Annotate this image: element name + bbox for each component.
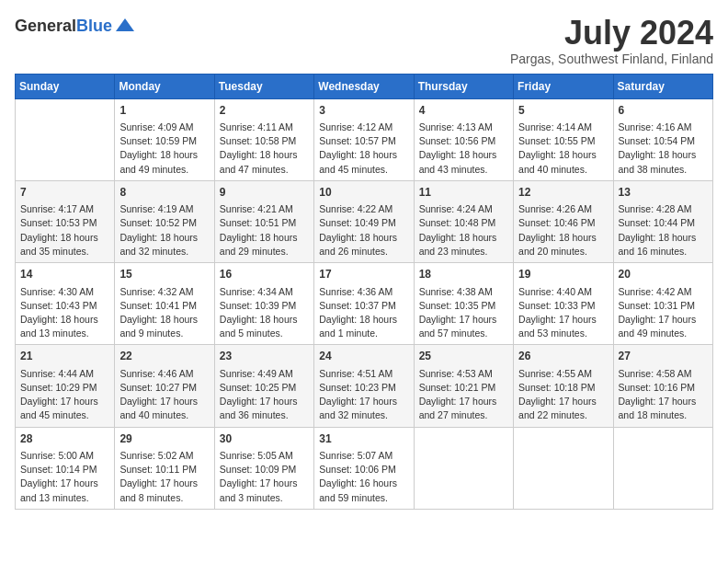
cell-text-line: and 8 minutes. (119, 491, 209, 505)
calendar-week-3: 14Sunrise: 4:30 AMSunset: 10:43 PMDaylig… (16, 263, 713, 345)
calendar-cell: 17Sunrise: 4:36 AMSunset: 10:37 PMDaylig… (314, 263, 414, 345)
calendar-cell: 16Sunrise: 4:34 AMSunset: 10:39 PMDaylig… (214, 263, 313, 345)
cell-text-line: Sunrise: 4:53 AM (419, 367, 508, 381)
day-number: 22 (119, 349, 209, 364)
calendar-cell: 29Sunrise: 5:02 AMSunset: 10:11 PMDaylig… (115, 427, 214, 509)
cell-content: 14Sunrise: 4:30 AMSunset: 10:43 PMDaylig… (20, 267, 109, 340)
logo: GeneralBlue (15, 15, 136, 37)
calendar-table: SundayMondayTuesdayWednesdayThursdayFrid… (15, 74, 713, 510)
cell-content: 19Sunrise: 4:40 AMSunset: 10:33 PMDaylig… (518, 267, 608, 340)
calendar-cell: 6Sunrise: 4:16 AMSunset: 10:54 PMDayligh… (613, 98, 712, 180)
day-number: 7 (20, 185, 109, 201)
cell-text-line: Daylight: 18 hours (319, 148, 408, 162)
cell-content: 23Sunrise: 4:49 AMSunset: 10:25 PMDaylig… (220, 349, 309, 422)
cell-text-line: and 35 minutes. (20, 245, 109, 259)
cell-content: 12Sunrise: 4:26 AMSunset: 10:46 PMDaylig… (518, 185, 608, 259)
cell-text-line: Sunrise: 4:46 AM (119, 367, 209, 381)
day-number: 21 (20, 349, 109, 364)
calendar-cell: 25Sunrise: 4:53 AMSunset: 10:21 PMDaylig… (414, 345, 513, 427)
weekday-header-saturday: Saturday (613, 74, 712, 98)
calendar-cell: 24Sunrise: 4:51 AMSunset: 10:23 PMDaylig… (314, 345, 414, 427)
title-block: July 2024 Pargas, Southwest Finland, Fin… (510, 15, 713, 66)
calendar-cell: 13Sunrise: 4:28 AMSunset: 10:44 PMDaylig… (613, 180, 712, 262)
cell-text-line: Sunset: 10:51 PM (220, 216, 309, 230)
cell-text-line: Sunset: 10:53 PM (20, 216, 109, 230)
calendar-cell: 31Sunrise: 5:07 AMSunset: 10:06 PMDaylig… (314, 427, 414, 509)
day-number: 12 (518, 185, 608, 201)
calendar-cell: 8Sunrise: 4:19 AMSunset: 10:52 PMDayligh… (115, 180, 214, 262)
cell-text-line: Sunset: 10:18 PM (518, 381, 608, 395)
cell-text-line: Daylight: 18 hours (518, 148, 608, 162)
cell-text-line: Sunrise: 4:22 AM (319, 202, 408, 216)
calendar-cell: 2Sunrise: 4:11 AMSunset: 10:58 PMDayligh… (214, 98, 313, 180)
cell-text-line: and 13 minutes. (20, 491, 109, 505)
cell-text-line: and 40 minutes. (119, 408, 209, 422)
cell-text-line: Sunrise: 5:02 AM (119, 449, 209, 463)
cell-content: 3Sunrise: 4:12 AMSunset: 10:57 PMDayligh… (319, 103, 408, 177)
cell-text-line: Daylight: 18 hours (518, 231, 608, 245)
cell-content: 9Sunrise: 4:21 AMSunset: 10:51 PMDayligh… (220, 185, 309, 259)
calendar-cell: 11Sunrise: 4:24 AMSunset: 10:48 PMDaylig… (414, 180, 513, 262)
cell-text-line: and 20 minutes. (518, 245, 608, 259)
day-number: 5 (518, 103, 608, 119)
cell-text-line: Sunset: 10:55 PM (518, 134, 608, 148)
cell-text-line: Daylight: 18 hours (619, 231, 708, 245)
calendar-cell: 26Sunrise: 4:55 AMSunset: 10:18 PMDaylig… (514, 345, 613, 427)
calendar-cell (613, 427, 712, 509)
cell-content: 7Sunrise: 4:17 AMSunset: 10:53 PMDayligh… (20, 185, 109, 259)
day-number: 28 (20, 431, 109, 447)
day-number: 9 (220, 185, 309, 201)
cell-text-line: Sunset: 10:16 PM (619, 381, 708, 395)
cell-text-line: Daylight: 17 hours (419, 313, 508, 327)
calendar-cell: 15Sunrise: 4:32 AMSunset: 10:41 PMDaylig… (115, 263, 214, 345)
cell-content: 10Sunrise: 4:22 AMSunset: 10:49 PMDaylig… (319, 185, 408, 259)
calendar-cell: 20Sunrise: 4:42 AMSunset: 10:31 PMDaylig… (613, 263, 712, 345)
cell-content: 13Sunrise: 4:28 AMSunset: 10:44 PMDaylig… (619, 185, 708, 259)
cell-text-line: Sunset: 10:14 PM (20, 463, 109, 477)
cell-text-line: and 57 minutes. (419, 327, 508, 340)
cell-text-line: Daylight: 17 hours (619, 395, 708, 408)
cell-text-line: Daylight: 17 hours (20, 395, 109, 408)
day-number: 15 (119, 267, 209, 282)
logo-icon (114, 15, 136, 37)
month-year: July 2024 (510, 15, 713, 52)
cell-content: 4Sunrise: 4:13 AMSunset: 10:56 PMDayligh… (419, 103, 508, 177)
cell-text-line: and 22 minutes. (518, 408, 608, 422)
cell-text-line: and 18 minutes. (619, 408, 708, 422)
day-number: 14 (20, 267, 109, 282)
cell-text-line: Daylight: 17 hours (119, 395, 209, 408)
cell-text-line: and 23 minutes. (419, 245, 508, 259)
cell-text-line: Sunrise: 4:14 AM (518, 121, 608, 134)
cell-content: 18Sunrise: 4:38 AMSunset: 10:35 PMDaylig… (419, 267, 508, 340)
cell-text-line: Sunset: 10:31 PM (619, 299, 708, 313)
day-number: 24 (319, 349, 408, 364)
cell-text-line: and 53 minutes. (518, 327, 608, 340)
cell-text-line: Daylight: 17 hours (319, 395, 408, 408)
cell-text-line: Sunrise: 4:11 AM (220, 121, 309, 134)
weekday-header-row: SundayMondayTuesdayWednesdayThursdayFrid… (16, 74, 713, 98)
day-number: 23 (220, 349, 309, 364)
cell-text-line: Sunrise: 4:58 AM (619, 367, 708, 381)
cell-text-line: and 3 minutes. (220, 491, 309, 505)
cell-text-line: Sunrise: 4:51 AM (319, 367, 408, 381)
calendar-cell: 1Sunrise: 4:09 AMSunset: 10:59 PMDayligh… (115, 98, 214, 180)
cell-text-line: Sunset: 10:54 PM (619, 134, 708, 148)
calendar-cell: 14Sunrise: 4:30 AMSunset: 10:43 PMDaylig… (16, 263, 115, 345)
cell-text-line: Daylight: 18 hours (20, 231, 109, 245)
cell-text-line: and 47 minutes. (220, 163, 309, 177)
cell-content: 31Sunrise: 5:07 AMSunset: 10:06 PMDaylig… (319, 431, 408, 505)
day-number: 8 (119, 185, 209, 201)
cell-text-line: Sunrise: 4:32 AM (119, 285, 209, 299)
cell-text-line: Daylight: 18 hours (319, 231, 408, 245)
cell-text-line: Sunrise: 4:28 AM (619, 202, 708, 216)
cell-content: 20Sunrise: 4:42 AMSunset: 10:31 PMDaylig… (619, 267, 708, 340)
cell-text-line: and 27 minutes. (419, 408, 508, 422)
day-number: 1 (119, 103, 209, 119)
weekday-header-thursday: Thursday (414, 74, 513, 98)
cell-text-line: Sunrise: 4:09 AM (119, 121, 209, 134)
cell-text-line: and 45 minutes. (319, 163, 408, 177)
cell-text-line: Sunset: 10:57 PM (319, 134, 408, 148)
weekday-header-tuesday: Tuesday (214, 74, 313, 98)
cell-text-line: Sunrise: 4:21 AM (220, 202, 309, 216)
cell-text-line: Sunrise: 5:07 AM (319, 449, 408, 463)
